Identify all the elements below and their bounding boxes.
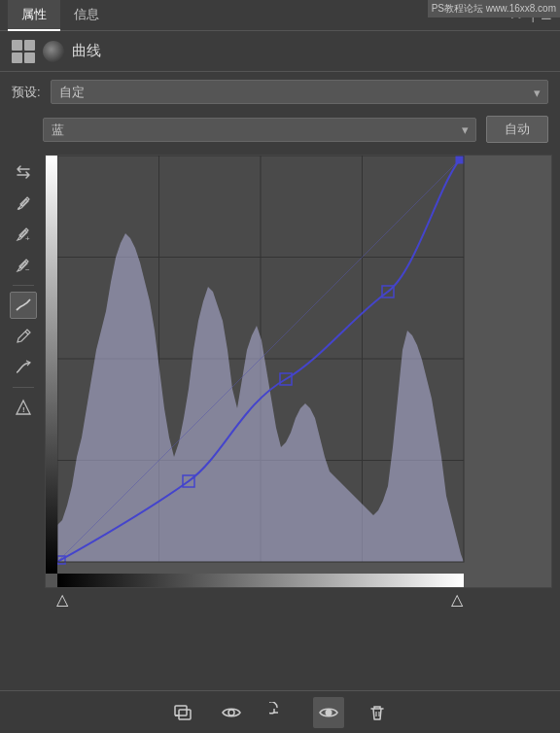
adjustment-grid-icon[interactable] [12, 40, 35, 63]
channel-select-wrapper: 蓝 RGB 红 绿 [43, 118, 476, 142]
clip-to-layer-button[interactable] [167, 697, 198, 728]
mask-circle-icon[interactable] [43, 41, 64, 62]
panel-header: 曲线 [0, 31, 560, 72]
auto-button[interactable]: 自动 [486, 116, 548, 143]
channel-row: 蓝 RGB 红 绿 自动 [0, 112, 560, 151]
adjust-tool-button[interactable] [10, 158, 37, 186]
pencil-tool-button[interactable] [10, 323, 37, 350]
channel-select[interactable]: 蓝 RGB 红 绿 [43, 118, 476, 142]
white-point-triangle[interactable]: △ [451, 590, 463, 609]
main-area: + − [0, 151, 560, 614]
eyedropper-tool-button[interactable] [10, 190, 37, 217]
warning-tool-button[interactable]: ! [10, 394, 37, 421]
preset-select-wrapper: 自定 [51, 80, 548, 104]
svg-text:+: + [25, 234, 30, 243]
reset-button[interactable] [264, 697, 296, 728]
delete-button[interactable] [362, 697, 393, 728]
panel-title: 曲线 [72, 42, 101, 60]
eyedropper-minus-tool-button[interactable]: − [10, 252, 37, 279]
svg-rect-17 [456, 156, 464, 163]
svg-text:!: ! [22, 405, 25, 414]
eyedropper-plus-tool-button[interactable]: + [10, 221, 37, 248]
curve-tool-button[interactable] [10, 292, 37, 319]
smooth-tool-button[interactable] [10, 354, 37, 381]
svg-point-23 [326, 709, 332, 716]
watermark: PS教程论坛 www.16xx8.com [428, 0, 560, 17]
preset-row: 预设: 自定 [0, 72, 560, 112]
svg-rect-20 [179, 710, 191, 719]
svg-point-0 [18, 207, 19, 209]
tab-properties[interactable]: 属性 [8, 0, 60, 31]
curve-canvas[interactable] [45, 155, 552, 588]
preview-button[interactable] [313, 697, 344, 728]
black-point-triangle[interactable]: △ [56, 590, 68, 609]
preset-select[interactable]: 自定 [51, 80, 548, 104]
preset-label: 预设: [12, 84, 41, 101]
bottom-toolbar [0, 690, 560, 733]
tools-column: + − [8, 155, 39, 611]
visibility-button[interactable] [216, 697, 247, 728]
svg-point-22 [228, 710, 234, 716]
curve-area: △ △ [45, 155, 552, 611]
svg-text:−: − [25, 265, 30, 274]
tab-info[interactable]: 信息 [60, 0, 113, 31]
svg-rect-19 [175, 706, 187, 716]
